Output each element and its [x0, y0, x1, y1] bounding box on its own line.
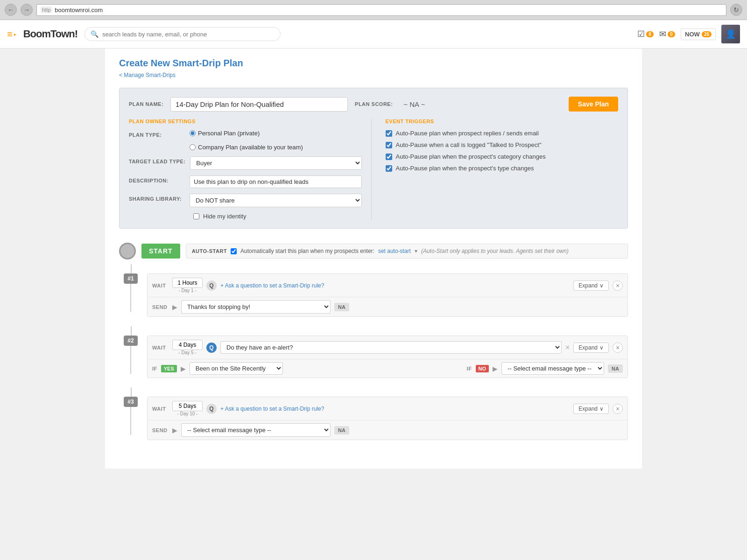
messages-icon-btn[interactable]: ✉ 0 — [659, 29, 675, 39]
step-2-q-row: WAIT - Day 5 - Q Do they have an e-alert… — [148, 336, 627, 359]
event-triggers-title: EVENT TRIGGERS — [386, 119, 619, 124]
start-row: START AUTO-START Automatically start thi… — [119, 243, 628, 259]
step-2-if-no-arrow: ▶ — [493, 365, 498, 372]
trigger-2: Auto-Pause when a call is logged "Talked… — [386, 141, 619, 148]
personal-plan-label: Personal Plan (private) — [198, 130, 260, 137]
search-icon: 🔍 — [91, 30, 99, 38]
step-3-send-label: SEND — [152, 427, 169, 433]
hide-identity-row: Hide my identity — [129, 213, 362, 220]
step-1-wait-time-col: - Day 1 - — [172, 278, 203, 293]
step-2-close-btn[interactable]: × — [613, 343, 623, 353]
hide-identity-checkbox[interactable] — [193, 213, 199, 219]
step-3-wait-time-col: - Day 10 - — [172, 401, 203, 416]
chevron-down-icon-2: ∨ — [599, 344, 604, 351]
now-count-badge: 26 — [702, 31, 712, 37]
auto-start-link[interactable]: set auto-start — [378, 248, 411, 254]
trigger-3-checkbox[interactable] — [386, 154, 392, 160]
description-input[interactable] — [190, 175, 362, 188]
step-3-wait-input[interactable] — [172, 401, 203, 411]
plan-card: PLAN NAME: PLAN SCORE: ~ NA ~ Save Plan … — [119, 88, 628, 229]
step-1-day-badge: - Day 1 - — [178, 288, 196, 293]
settings-left: PLAN OWNER SETTINGS PLAN TYPE: Personal … — [129, 119, 372, 220]
nav-icons: ☑ 8 ✉ 0 NOW 26 👤 — [637, 25, 740, 43]
step-1-q-btn[interactable]: Q — [206, 280, 217, 291]
step-3-wait-label: WAIT — [152, 406, 169, 412]
back-link[interactable]: < Manage Smart-Drips — [119, 72, 176, 78]
timeline: START AUTO-START Automatically start thi… — [119, 243, 628, 440]
description-label: DESCRIPTION: — [129, 175, 185, 183]
trigger-2-label: Auto-Pause when a call is logged "Talked… — [396, 141, 542, 148]
step-3-send-row: SEND ▶ -- Select email message type -- N… — [148, 420, 627, 440]
connector-1 — [131, 264, 132, 273]
step-1-arrow: ▶ — [172, 303, 177, 311]
search-bar[interactable]: 🔍 — [85, 27, 281, 41]
step-1-wait-input[interactable] — [172, 278, 203, 288]
target-lead-label: TARGET LEAD TYPE: — [129, 156, 185, 164]
step-2-if-no-badge: NO — [476, 365, 489, 372]
step-2-wrapper: #2 WAIT - Day 5 - Q Do they have an e-al… — [119, 336, 628, 378]
now-label: NOW — [685, 31, 700, 38]
step-3-wrapper: #3 WAIT - Day 10 - Q + Ask a question to… — [119, 397, 628, 440]
sharing-row: SHARING LIBRARY: Do NOT share Share with… — [129, 194, 362, 207]
forward-button[interactable]: → — [21, 4, 33, 16]
trigger-1-checkbox[interactable] — [386, 130, 392, 137]
plan-name-row: PLAN NAME: PLAN SCORE: ~ NA ~ Save Plan — [129, 97, 618, 112]
trigger-2-checkbox[interactable] — [386, 142, 392, 148]
step-1-expand-btn[interactable]: Expand ∨ — [573, 280, 609, 291]
personal-plan-option[interactable]: Personal Plan (private) — [190, 130, 260, 137]
company-plan-option[interactable]: Company Plan (available to your team) — [190, 144, 303, 151]
plan-type-row: PLAN TYPE: Personal Plan (private) Compa… — [129, 130, 362, 151]
browser-chrome: ← → http boomtownroi.com ↻ — [0, 0, 747, 20]
step-1-message-select[interactable]: Thanks for stopping by! -- Select email … — [181, 300, 331, 314]
sharing-select[interactable]: Do NOT share Share with team Share publi… — [190, 194, 362, 207]
step-2-if-no-select[interactable]: -- Select email message type -- — [501, 362, 604, 375]
step-3-q-btn[interactable]: Q — [206, 404, 217, 414]
step-3-ask-question-link[interactable]: + Ask a question to set a Smart-Drip rul… — [220, 406, 324, 412]
now-btn[interactable]: NOW 26 — [681, 28, 716, 40]
search-input[interactable] — [102, 31, 275, 38]
step-2-q-close-btn[interactable]: × — [565, 343, 570, 352]
step-2-q-btn[interactable]: Q — [206, 343, 217, 353]
step-1-ask-question-link[interactable]: + Ask a question to set a Smart-Drip rul… — [220, 282, 324, 289]
step-2-if-row: IF YES ▶ Been on the Site Recently IF NO… — [148, 359, 627, 378]
step-3-close-btn[interactable]: × — [613, 404, 623, 414]
step-1-wait-row: WAIT - Day 1 - Q + Ask a question to set… — [148, 274, 627, 297]
auto-start-row: AUTO-START Automatically start this plan… — [186, 244, 628, 259]
target-lead-row: TARGET LEAD TYPE: Buyer Seller Both — [129, 156, 362, 170]
save-plan-button[interactable]: Save Plan — [569, 97, 618, 112]
trigger-4-checkbox[interactable] — [386, 165, 392, 172]
start-button[interactable]: START — [141, 244, 180, 259]
trigger-4: Auto-Pause plan when the prospect's type… — [386, 165, 619, 172]
step-1-close-btn[interactable]: × — [613, 280, 623, 291]
step-3-day-badge: - Day 10 - — [177, 411, 198, 416]
step-3-number-col: #3 — [119, 397, 142, 435]
step-2-wait-input[interactable] — [172, 340, 203, 350]
step-2-question-select[interactable]: Do they have an e-alert? — [220, 341, 562, 354]
description-row: DESCRIPTION: — [129, 175, 362, 188]
step-2-wait-label: WAIT — [152, 345, 169, 350]
step-1-card: WAIT - Day 1 - Q + Ask a question to set… — [147, 273, 628, 317]
step-2-if-yes-select[interactable]: Been on the Site Recently — [190, 362, 283, 375]
hamburger-menu[interactable]: ≡ ▸ — [7, 29, 16, 40]
auto-start-checkbox[interactable] — [231, 248, 237, 254]
plan-score-label: PLAN SCORE: — [355, 101, 393, 107]
main-content: Create New Smart-Drip Plan < Manage Smar… — [105, 49, 642, 469]
avatar[interactable]: 👤 — [721, 25, 740, 43]
step-3-wait-row: WAIT - Day 10 - Q + Ask a question to se… — [148, 397, 627, 420]
plan-name-input[interactable] — [170, 97, 348, 112]
start-circle — [119, 243, 136, 259]
step-2-expand-btn[interactable]: Expand ∨ — [573, 343, 609, 353]
step-2-if-no-label: IF — [467, 366, 472, 371]
step-1-number-col: #1 — [119, 273, 142, 312]
step-2-wait-time-col: - Day 5 - — [172, 340, 203, 355]
target-lead-select[interactable]: Buyer Seller Both — [190, 156, 361, 170]
back-button[interactable]: ← — [5, 4, 17, 16]
tasks-icon-btn[interactable]: ☑ 8 — [637, 29, 654, 39]
step-3-message-select[interactable]: -- Select email message type -- — [181, 423, 331, 437]
step-1-badge: #1 — [124, 273, 137, 284]
plan-type-options: Personal Plan (private) Company Plan (av… — [190, 130, 362, 151]
refresh-button[interactable]: ↻ — [730, 4, 742, 16]
step-3-expand-btn[interactable]: Expand ∨ — [573, 404, 609, 414]
plan-score-value: ~ NA ~ — [400, 100, 429, 108]
step-3-badge: #3 — [124, 397, 137, 407]
